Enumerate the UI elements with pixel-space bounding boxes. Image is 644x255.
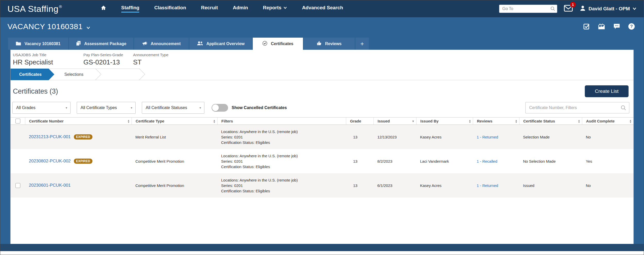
expired-badge: EXPIRED — [74, 159, 93, 164]
sort-icon: ▴▾ — [516, 119, 517, 123]
home-menu-item[interactable] — [101, 5, 106, 13]
help-icon[interactable]: ? — [628, 23, 635, 30]
sub-tab-strip: Certificates Selections — [11, 69, 633, 80]
certificate-number-link[interactable]: 20231213-PCUK-001 — [29, 134, 71, 139]
top-navigation-bar: USA Staffing® Staffing Classification Re… — [0, 0, 644, 17]
menu-item-staffing[interactable]: Staffing — [121, 5, 140, 13]
svg-text:?: ? — [630, 24, 633, 29]
sort-icon: ▴▾ — [578, 119, 580, 123]
user-menu[interactable]: David Glatt - OPM — [579, 5, 637, 13]
audit-complete-cell: No — [582, 183, 633, 188]
menu-item-admin[interactable]: Admin — [233, 5, 248, 13]
row-checkbox-cell — [11, 135, 25, 139]
caret-down-icon: ▾ — [199, 106, 201, 110]
certificate-type-cell: Merit Referral List — [132, 135, 217, 139]
column-header-filters[interactable]: Filters — [217, 118, 346, 125]
certificate-number-cell: 20231213-PCUK-001 EXPIRED — [25, 134, 132, 139]
certificates-table: Certificate Number▴▾ Certificate Type▴▾ … — [11, 117, 633, 198]
notification-count-badge: 1 — [570, 2, 576, 7]
subtab-empty-step — [95, 69, 139, 80]
column-header-certificate-status[interactable]: Certificate Status▴▾ — [519, 118, 582, 125]
row-checkbox[interactable] — [15, 183, 20, 188]
content-card: USAJOBS Job Title HR Specialist Pay Plan… — [10, 50, 634, 244]
grade-cell: 13 — [346, 183, 373, 188]
issued-cell: 12/13/2023 — [373, 135, 416, 139]
certificate-types-dropdown[interactable]: All Certificate Types▾ — [77, 102, 136, 114]
chat-feedback-icon[interactable] — [613, 23, 620, 30]
info-value: ST — [133, 58, 168, 66]
home-icon — [101, 5, 106, 11]
usa-staffing-app: USA Staffing® Staffing Classification Re… — [0, 0, 644, 255]
tab-announcement[interactable]: Announcement — [134, 38, 189, 50]
select-all-cell — [11, 118, 25, 125]
column-header-reviews[interactable]: Reviews▴▾ — [473, 118, 519, 125]
app-logo[interactable]: USA Staffing® — [7, 4, 62, 14]
add-tab-button[interactable]: + — [355, 38, 369, 50]
reviews-link[interactable]: 1 - Returned — [477, 183, 498, 188]
grades-dropdown[interactable]: All Grades▾ — [12, 102, 71, 114]
sort-icon: ▴▾ — [630, 119, 631, 123]
certificate-number-link[interactable]: 20230601-PCUK-001 — [29, 183, 71, 188]
open-envelope-icon[interactable] — [598, 23, 605, 30]
info-label: Pay Plan-Series-Grade — [83, 53, 133, 57]
caret-down-icon: ▾ — [131, 106, 132, 110]
tab-vacancy[interactable]: Vacancy 10160381 — [8, 38, 68, 50]
column-header-certificate-number[interactable]: Certificate Number▴▾ — [25, 118, 132, 125]
certificates-heading-row: Certificates (3) Create List — [11, 80, 633, 97]
certificate-type-cell: Competitive Merit Promotion — [132, 183, 217, 188]
chevron-down-icon — [86, 22, 90, 31]
sort-icon: ▴▾ — [469, 119, 471, 123]
table-row: 20230802-PCUK-002 EXPIRED Competitive Me… — [11, 149, 633, 173]
sort-down-icon: ▾ — [412, 119, 414, 123]
certificate-number-link[interactable]: 20230802-PCUK-002 — [29, 159, 71, 164]
column-header-issued[interactable]: Issued▾ — [373, 118, 416, 125]
subtab-selections[interactable]: Selections — [49, 69, 95, 80]
table-header-row: Certificate Number▴▾ Certificate Type▴▾ … — [11, 117, 633, 125]
info-announcement-type: Announcement Type ST — [133, 53, 168, 67]
tab-certificates[interactable]: Certificates — [253, 38, 303, 50]
show-cancelled-label: Show Cancelled Certificates — [232, 105, 287, 110]
issued-by-cell: Laci Vandermark — [416, 159, 473, 163]
menu-item-classification[interactable]: Classification — [154, 5, 186, 13]
certificate-statuses-dropdown[interactable]: All Certificate Statuses▾ — [142, 102, 204, 114]
menu-item-reports[interactable]: Reports — [263, 5, 287, 13]
main-menu: Staffing Classification Recruit Admin Re… — [101, 5, 343, 13]
reviews-cell: 1 - Returned — [473, 135, 519, 139]
column-header-grade[interactable]: Grade — [346, 118, 373, 125]
column-header-audit-complete[interactable]: Audit Complete▴▾ — [582, 118, 633, 125]
certificate-status-cell: No Selection Made — [519, 159, 582, 163]
bottom-margin — [0, 251, 644, 255]
bottom-bar — [0, 244, 644, 251]
reviews-link[interactable]: 1 - Recalled — [477, 159, 497, 163]
goto-input[interactable] — [499, 5, 557, 13]
menu-item-recruit[interactable]: Recruit — [201, 5, 218, 13]
vacancy-title: VACANCY 10160381 — [7, 22, 83, 31]
select-all-checkbox[interactable] — [15, 119, 20, 124]
subtab-certificates[interactable]: Certificates — [11, 69, 54, 80]
tab-assessment-package[interactable]: Assessment Package — [69, 38, 133, 50]
certificate-number-cell: 20230601-PCUK-001 — [25, 183, 132, 188]
people-icon — [197, 41, 203, 47]
search-icon[interactable] — [621, 105, 626, 112]
certificate-search-input[interactable] — [525, 102, 629, 113]
content-frame: USAJOBS Job Title HR Specialist Pay Plan… — [0, 50, 644, 244]
column-header-issued-by[interactable]: Issued By▴▾ — [416, 118, 473, 125]
tab-applicant-overview[interactable]: Applicant Overview — [189, 38, 252, 50]
reviews-link[interactable]: 1 - Returned — [477, 135, 498, 139]
filters-cell: Locations: Anywhere in the U.S. (remote … — [221, 125, 298, 149]
chevron-down-icon — [283, 6, 287, 9]
show-cancelled-toggle[interactable] — [212, 104, 228, 112]
search-icon[interactable] — [550, 6, 555, 12]
notifications-mail-button[interactable]: 1 — [564, 5, 573, 13]
audit-complete-cell: No — [582, 135, 633, 139]
vacancy-title-dropdown[interactable]: VACANCY 10160381 — [7, 22, 90, 31]
document-tab-bar: Vacancy 10160381 Assessment Package Anno… — [0, 36, 644, 50]
filters-cell: Locations: Anywhere in the U.S. (remote … — [221, 174, 298, 197]
menu-item-advanced-search[interactable]: Advanced Search — [302, 5, 343, 13]
column-header-certificate-type[interactable]: Certificate Type▴▾ — [132, 118, 217, 125]
issued-cell: 6/1/2023 — [373, 183, 416, 188]
tasks-checkbox-icon[interactable] — [583, 23, 590, 30]
issued-by-cell: Kasey Acres — [416, 183, 473, 188]
create-list-button[interactable]: Create List — [585, 85, 629, 97]
tab-reviews[interactable]: Reviews — [304, 38, 355, 50]
